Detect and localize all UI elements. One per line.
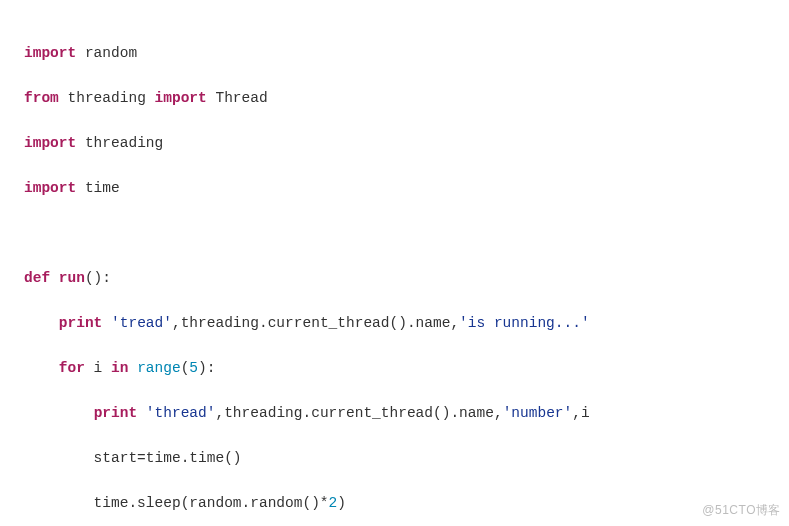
token: Thread	[207, 90, 268, 106]
indent	[24, 405, 94, 421]
token: threading	[59, 90, 155, 106]
code-line: from threading import Thread	[24, 87, 771, 109]
keyword-from: from	[24, 90, 59, 106]
keyword-def: def	[24, 270, 59, 286]
token: ,threading.current_thread().name,	[172, 315, 459, 331]
code-line: time.sleep(random.random()*2)	[24, 492, 771, 514]
token: time	[76, 180, 120, 196]
code-line: print 'thread',threading.current_thread(…	[24, 402, 771, 424]
watermark-text: @51CTO博客	[702, 501, 781, 520]
blank-line	[24, 222, 771, 244]
token: time.sleep(random.random()*	[24, 495, 329, 511]
code-line: import time	[24, 177, 771, 199]
code-line: import random	[24, 42, 771, 64]
keyword-print: print	[59, 315, 111, 331]
keyword-import: import	[24, 135, 76, 151]
number: 2	[329, 495, 338, 511]
builtin-range: range	[137, 360, 181, 376]
keyword-import: import	[155, 90, 207, 106]
keyword-import: import	[24, 180, 76, 196]
keyword-in: in	[111, 360, 137, 376]
keyword-for: for	[59, 360, 85, 376]
code-line: def run():	[24, 267, 771, 289]
token: ():	[85, 270, 111, 286]
token: ,threading.current_thread().name,	[215, 405, 502, 421]
token: ,i	[572, 405, 589, 421]
string: 'number'	[503, 405, 573, 421]
indent	[24, 360, 59, 376]
number: 5	[189, 360, 198, 376]
function-name: run	[59, 270, 85, 286]
token: start=time.time()	[24, 450, 242, 466]
code-line: for i in range(5):	[24, 357, 771, 379]
token: i	[85, 360, 111, 376]
code-line: start=time.time()	[24, 447, 771, 469]
token: )	[337, 495, 346, 511]
keyword-import: import	[24, 45, 76, 61]
string: 'thread'	[146, 405, 216, 421]
token: ):	[198, 360, 215, 376]
code-line: print 'tread',threading.current_thread()…	[24, 312, 771, 334]
string: 'is running...'	[459, 315, 590, 331]
indent	[24, 315, 59, 331]
keyword-print: print	[94, 405, 146, 421]
string: 'tread'	[111, 315, 172, 331]
code-line: import threading	[24, 132, 771, 154]
code-block: import random from threading import Thre…	[0, 0, 789, 526]
token: threading	[76, 135, 163, 151]
token: random	[76, 45, 137, 61]
